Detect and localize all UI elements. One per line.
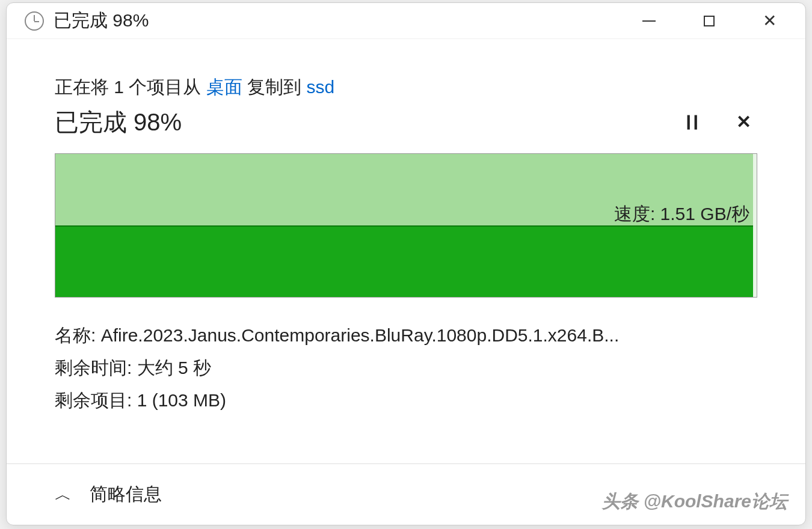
time-remaining-row: 剩余时间: 大约 5 秒 bbox=[55, 352, 757, 384]
time-label: 剩余时间: bbox=[55, 358, 137, 378]
maximize-button[interactable] bbox=[679, 4, 739, 38]
dialog-content: 正在将 1 个项目从 桌面 复制到 ssd 已完成 98% ⅠⅠ ✕ 速度: 1… bbox=[7, 39, 805, 463]
items-value: 1 (103 MB) bbox=[137, 390, 226, 410]
items-label: 剩余项目: bbox=[55, 390, 137, 410]
cancel-button[interactable]: ✕ bbox=[736, 111, 751, 134]
pause-button[interactable]: ⅠⅠ bbox=[686, 111, 700, 134]
titlebar[interactable]: 已完成 98% ✕ bbox=[7, 3, 805, 39]
items-remaining-row: 剩余项目: 1 (103 MB) bbox=[55, 384, 757, 417]
progress-row: 已完成 98% ⅠⅠ ✕ bbox=[55, 106, 757, 139]
copy-prefix: 正在将 1 个项目从 bbox=[55, 77, 206, 97]
details-section: 名称: Afire.2023.Janus.Contemporaries.BluR… bbox=[55, 319, 757, 417]
watermark-text: 头条 @KoolShare论坛 bbox=[602, 489, 787, 514]
minimize-button[interactable] bbox=[619, 4, 679, 38]
chart-fill-area bbox=[55, 225, 753, 297]
chevron-up-icon[interactable]: ︿ bbox=[55, 483, 72, 506]
speed-chart: 速度: 1.51 GB/秒 bbox=[55, 153, 757, 298]
name-value: Afire.2023.Janus.Contemporaries.BluRay.1… bbox=[101, 325, 620, 345]
copy-mid: 复制到 bbox=[242, 77, 307, 97]
file-copy-dialog: 已完成 98% ✕ 正在将 1 个项目从 桌面 复制到 ssd 已完成 98% … bbox=[6, 2, 806, 525]
copy-description: 正在将 1 个项目从 桌面 复制到 ssd bbox=[55, 75, 757, 100]
progress-label: 已完成 98% bbox=[55, 106, 182, 139]
action-buttons: ⅠⅠ ✕ bbox=[686, 111, 757, 134]
toggle-details-button[interactable]: 简略信息 bbox=[90, 482, 162, 507]
close-button[interactable]: ✕ bbox=[739, 4, 799, 38]
speed-label: 速度: 1.51 GB/秒 bbox=[614, 202, 749, 227]
destination-link[interactable]: ssd bbox=[306, 77, 334, 97]
chart-remaining-area bbox=[753, 154, 757, 297]
file-name-row: 名称: Afire.2023.Janus.Contemporaries.BluR… bbox=[55, 319, 757, 352]
name-label: 名称: bbox=[55, 325, 101, 345]
source-link[interactable]: 桌面 bbox=[206, 77, 242, 97]
window-title: 已完成 98% bbox=[54, 8, 619, 33]
clock-icon bbox=[25, 11, 44, 31]
time-value: 大约 5 秒 bbox=[137, 358, 211, 378]
speed-value: 1.51 GB/秒 bbox=[660, 204, 749, 224]
window-controls: ✕ bbox=[619, 4, 799, 38]
